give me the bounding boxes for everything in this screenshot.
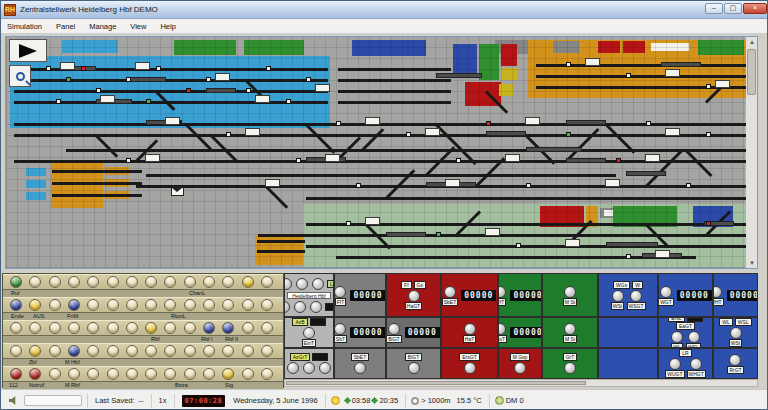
group-button[interactable] (354, 362, 366, 374)
panel-button[interactable] (184, 276, 196, 288)
panel-button[interactable] (49, 368, 61, 380)
signal-lamp[interactable] (81, 66, 86, 71)
group-button[interactable] (334, 323, 346, 335)
volume-slider[interactable] (24, 395, 82, 406)
group-button[interactable] (514, 362, 526, 374)
signal-lamp[interactable] (626, 73, 631, 78)
signal-lamp[interactable] (206, 77, 211, 82)
panel-button[interactable] (107, 299, 119, 311)
group-button[interactable] (669, 358, 681, 370)
signal-lamp[interactable] (286, 99, 291, 104)
message-envelope-icon[interactable] (171, 187, 184, 196)
panel-button[interactable] (203, 345, 215, 357)
signal-lamp[interactable] (266, 66, 271, 71)
panel-button[interactable] (107, 322, 119, 334)
panel-button[interactable] (126, 368, 138, 380)
panel-button[interactable] (203, 368, 215, 380)
scroll-down-arrow[interactable]: ▼ (748, 259, 756, 267)
group-button[interactable] (660, 286, 672, 298)
horizontal-scrollbar[interactable] (284, 379, 758, 387)
menu-help[interactable]: Help (160, 22, 175, 31)
panel-button[interactable] (145, 276, 157, 288)
signal-lamp[interactable] (486, 121, 491, 126)
signal-lamp[interactable] (566, 132, 571, 137)
panel-button[interactable] (68, 368, 80, 380)
group-button[interactable] (612, 290, 624, 302)
panel-button[interactable] (184, 345, 196, 357)
comm-button[interactable] (284, 301, 290, 313)
panel-button[interactable] (49, 345, 61, 357)
panel-button[interactable] (203, 299, 215, 311)
panel-button[interactable] (49, 299, 61, 311)
signal-lamp[interactable] (186, 88, 191, 93)
panel-button[interactable] (145, 322, 157, 334)
comm-button[interactable] (312, 278, 324, 290)
signal-lamp[interactable] (566, 62, 571, 67)
panel-button[interactable] (184, 299, 196, 311)
maximize-button[interactable]: ▢ (724, 3, 742, 14)
signal-lamp[interactable] (96, 88, 101, 93)
comm-button[interactable] (284, 278, 292, 290)
panel-button[interactable] (49, 276, 61, 288)
panel-button[interactable] (261, 276, 273, 288)
panel-button[interactable] (242, 368, 254, 380)
scroll-up-arrow[interactable]: ▲ (748, 38, 756, 46)
panel-button[interactable] (261, 322, 273, 334)
panel-button[interactable] (184, 322, 196, 334)
panel-button[interactable] (261, 299, 273, 311)
panel-button[interactable] (107, 345, 119, 357)
signal-lamp[interactable] (706, 84, 711, 89)
panel-button[interactable] (242, 322, 254, 334)
signal-lamp[interactable] (516, 243, 521, 248)
signal-lamp[interactable] (456, 158, 461, 163)
menu-view[interactable]: View (130, 22, 146, 31)
group-button[interactable] (408, 362, 420, 374)
panel-button[interactable] (242, 299, 254, 311)
group-button[interactable] (444, 286, 456, 298)
panel-button[interactable] (145, 345, 157, 357)
comm-button[interactable] (296, 278, 308, 290)
panel-button[interactable] (126, 322, 138, 334)
signal-lamp[interactable] (126, 77, 131, 82)
group-button[interactable] (671, 331, 683, 343)
signal-lamp[interactable] (616, 158, 621, 163)
panel-button[interactable] (242, 276, 254, 288)
group-button[interactable] (464, 323, 476, 335)
group-button[interactable] (464, 362, 476, 374)
group-button[interactable] (564, 362, 576, 374)
signal-lamp[interactable] (356, 183, 361, 188)
signal-lamp[interactable] (66, 77, 71, 82)
panel-button[interactable] (107, 368, 119, 380)
signal-lamp[interactable] (686, 183, 691, 188)
menu-manage[interactable]: Manage (89, 22, 116, 31)
signal-lamp[interactable] (56, 99, 61, 104)
panel-button[interactable] (10, 276, 22, 288)
signal-lamp[interactable] (706, 132, 711, 137)
panel-button[interactable] (242, 345, 254, 357)
group-button[interactable] (319, 362, 331, 374)
close-button[interactable]: × (743, 3, 767, 14)
signal-lamp[interactable] (306, 77, 311, 82)
signal-lamp[interactable] (46, 66, 51, 71)
simulation-speed[interactable]: 1x (159, 396, 167, 405)
vertical-scroll-thumb[interactable] (747, 49, 756, 95)
group-button[interactable] (730, 327, 742, 339)
group-button[interactable] (498, 323, 506, 335)
group-button[interactable] (713, 286, 722, 298)
group-button[interactable] (630, 290, 642, 302)
vertical-scrollbar[interactable]: ▲ ▼ (745, 37, 757, 268)
group-button[interactable] (334, 286, 346, 298)
group-button[interactable] (287, 362, 299, 374)
signal-lamp[interactable] (346, 221, 351, 226)
comm-button[interactable] (294, 301, 306, 313)
group-button[interactable] (729, 354, 741, 366)
group-button[interactable] (498, 286, 506, 298)
panel-button[interactable] (49, 322, 61, 334)
panel-button[interactable] (126, 345, 138, 357)
signal-lamp[interactable] (246, 88, 251, 93)
panel-button[interactable] (261, 368, 273, 380)
menu-panel[interactable]: Panel (56, 22, 75, 31)
group-button[interactable] (564, 323, 576, 335)
signal-lamp[interactable] (646, 121, 651, 126)
group-button[interactable] (388, 323, 400, 335)
